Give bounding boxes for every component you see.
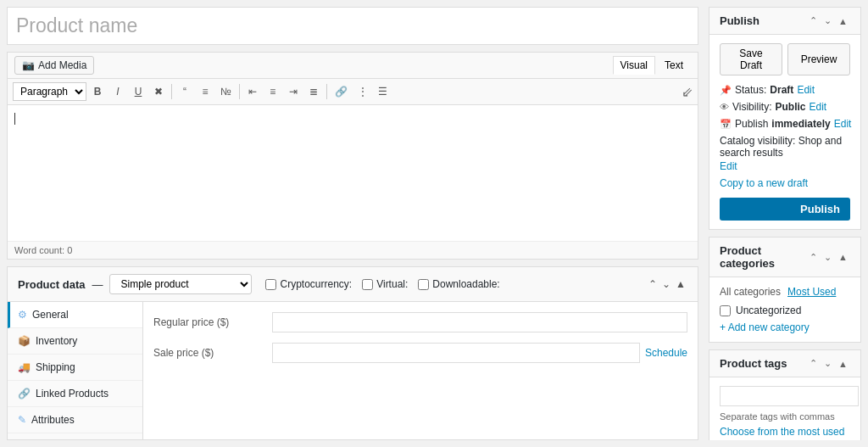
publish-actions: Save Draft Preview xyxy=(720,43,850,75)
tab-general[interactable]: ⚙ General xyxy=(8,302,142,328)
visibility-edit-link[interactable]: Edit xyxy=(809,101,826,113)
format-select[interactable]: Paragraph xyxy=(13,82,86,101)
word-count: Word count: 0 xyxy=(14,245,72,255)
kitchen-sink-button[interactable]: ☰ xyxy=(374,82,392,101)
category-uncategorized-checkbox[interactable] xyxy=(720,305,731,316)
editor-box: 📷 Add Media Visual Text Paragraph B I U … xyxy=(7,52,698,260)
publish-panel: Publish ⌃ ⌄ ▲ Save Draft Preview 📌 Statu… xyxy=(709,7,861,230)
fullscreen-button[interactable]: ⇙ xyxy=(682,84,693,100)
visibility-row: 👁 Visibility: Public Edit xyxy=(720,101,850,113)
main-column: 📷 Add Media Visual Text Paragraph B I U … xyxy=(7,7,698,440)
add-media-button[interactable]: 📷 Add Media xyxy=(14,56,94,75)
blockquote-button[interactable]: “ xyxy=(175,82,194,101)
tags-input[interactable] xyxy=(720,386,859,406)
align-justify-button[interactable]: ≣ xyxy=(304,82,323,101)
product-data-header: Product data — Simple product Grouped pr… xyxy=(8,267,698,302)
editor-content[interactable] xyxy=(8,105,698,241)
tab-visual[interactable]: Visual xyxy=(613,56,655,75)
virtual-checkbox[interactable] xyxy=(362,279,373,290)
divider-3 xyxy=(326,84,327,99)
link-button[interactable]: 🔗 xyxy=(331,82,352,101)
all-categories-tab[interactable]: All categories xyxy=(720,286,781,298)
editor-footer: Word count: 0 xyxy=(8,241,698,259)
publish-time-label: Publish xyxy=(735,118,768,130)
choose-tags-link[interactable]: Choose from the most used tags xyxy=(720,426,844,440)
publish-button[interactable]: Publish xyxy=(720,198,850,221)
ol-button[interactable]: № xyxy=(216,82,236,101)
align-center-button[interactable]: ≡ xyxy=(264,82,282,101)
publish-down-button[interactable]: ⌄ xyxy=(821,14,834,27)
product-data-content: Regular price ($) Sale price ($) Schedul… xyxy=(143,302,698,440)
publish-panel-title: Publish xyxy=(720,14,760,27)
crypto-option[interactable]: Cryptocurrency: xyxy=(265,278,352,290)
align-right-button[interactable]: ⇥ xyxy=(284,82,303,101)
categories-up-button[interactable]: ⌃ xyxy=(807,251,820,264)
italic-button[interactable]: I xyxy=(108,82,127,101)
product-name-input[interactable] xyxy=(7,7,698,45)
tab-inventory[interactable]: 📦 Inventory xyxy=(8,328,142,355)
regular-price-input[interactable] xyxy=(272,312,687,332)
category-uncategorized-label: Uncategorized xyxy=(736,305,801,316)
virtual-option[interactable]: Virtual: xyxy=(362,278,408,290)
tags-panel-controls: ⌃ ⌄ ▲ xyxy=(807,357,850,370)
downloadable-checkbox[interactable] xyxy=(418,279,429,290)
downloadable-option[interactable]: Downloadable: xyxy=(418,278,499,290)
ul-button[interactable]: ≡ xyxy=(196,82,214,101)
categories-toggle-button[interactable]: ▲ xyxy=(836,251,850,264)
tags-panel-header: Product tags ⌃ ⌄ ▲ xyxy=(709,350,860,377)
regular-price-label: Regular price ($) xyxy=(153,316,272,328)
more-button[interactable]: ⋮ xyxy=(353,82,372,101)
publish-up-button[interactable]: ⌃ xyxy=(807,14,820,27)
regular-price-row: Regular price ($) xyxy=(153,312,687,332)
align-left-button[interactable]: ⇤ xyxy=(243,82,262,101)
categories-panel-title: Product categories xyxy=(720,244,807,270)
crypto-checkbox[interactable] xyxy=(265,279,276,290)
tab-shipping[interactable]: 🚚 Shipping xyxy=(8,355,142,381)
tab-inventory-label: Inventory xyxy=(36,335,77,347)
catalog-label: Catalog visibility: xyxy=(720,135,795,147)
categories-down-button[interactable]: ⌄ xyxy=(821,251,834,264)
sale-price-input[interactable] xyxy=(272,343,640,363)
publish-time-edit-link[interactable]: Edit xyxy=(834,118,852,130)
sale-price-row: Sale price ($) Schedule xyxy=(153,343,687,363)
product-data-box: Product data — Simple product Grouped pr… xyxy=(7,266,698,440)
editor-tabs: Visual Text xyxy=(613,56,691,75)
schedule-link[interactable]: Schedule xyxy=(645,347,687,359)
add-category-link[interactable]: + Add new category xyxy=(720,321,850,333)
strikethrough-button[interactable]: ✖ xyxy=(149,82,168,101)
collapse-down-button[interactable]: ⌄ xyxy=(660,277,672,292)
tags-down-button[interactable]: ⌄ xyxy=(821,357,834,370)
status-edit-link[interactable]: Edit xyxy=(797,84,815,96)
divider-2 xyxy=(239,84,240,99)
collapse-up-button[interactable]: ⌃ xyxy=(647,277,659,292)
save-draft-button[interactable]: Save Draft xyxy=(720,43,782,75)
catalog-edit-link[interactable]: Edit xyxy=(720,160,850,172)
copy-draft-link[interactable]: Copy to a new draft xyxy=(720,177,850,189)
tags-up-button[interactable]: ⌃ xyxy=(807,357,820,370)
editor-toolbar-top: 📷 Add Media Visual Text xyxy=(8,53,698,79)
categories-panel: Product categories ⌃ ⌄ ▲ All categories … xyxy=(709,237,861,343)
status-value: Draft xyxy=(770,84,793,96)
collapse-toggle-button[interactable]: ▲ xyxy=(674,277,687,292)
media-icon: 📷 xyxy=(22,59,35,71)
crypto-label: Cryptocurrency: xyxy=(280,278,352,290)
editor-toolbar: Paragraph B I U ✖ “ ≡ № ⇤ ≡ ⇥ ≣ 🔗 ⋮ ☰ ⇙ xyxy=(8,79,698,105)
status-row: 📌 Status: Draft Edit xyxy=(720,84,850,96)
most-used-tab[interactable]: Most Used xyxy=(787,286,836,298)
publish-time-row: 📅 Publish immediately Edit xyxy=(720,118,850,130)
tags-panel: Product tags ⌃ ⌄ ▲ Add Separate tags wit… xyxy=(709,349,861,440)
tab-text[interactable]: Text xyxy=(657,56,691,75)
tab-attributes[interactable]: ✎ Attributes xyxy=(8,407,142,433)
publish-time-value: immediately xyxy=(771,118,830,130)
tags-toggle-button[interactable]: ▲ xyxy=(836,357,850,370)
bold-button[interactable]: B xyxy=(88,82,107,101)
preview-button[interactable]: Preview xyxy=(787,43,850,75)
general-icon: ⚙ xyxy=(18,309,27,321)
underline-button[interactable]: U xyxy=(129,82,147,101)
publish-toggle-button[interactable]: ▲ xyxy=(836,14,850,27)
tab-advanced[interactable]: ⚙ Advanced xyxy=(8,433,142,440)
tab-shipping-label: Shipping xyxy=(36,361,75,373)
tab-linked-products[interactable]: 🔗 Linked Products xyxy=(8,381,142,407)
publish-panel-controls: ⌃ ⌄ ▲ xyxy=(807,14,850,27)
product-type-select[interactable]: Simple product Grouped product External/… xyxy=(109,274,252,294)
